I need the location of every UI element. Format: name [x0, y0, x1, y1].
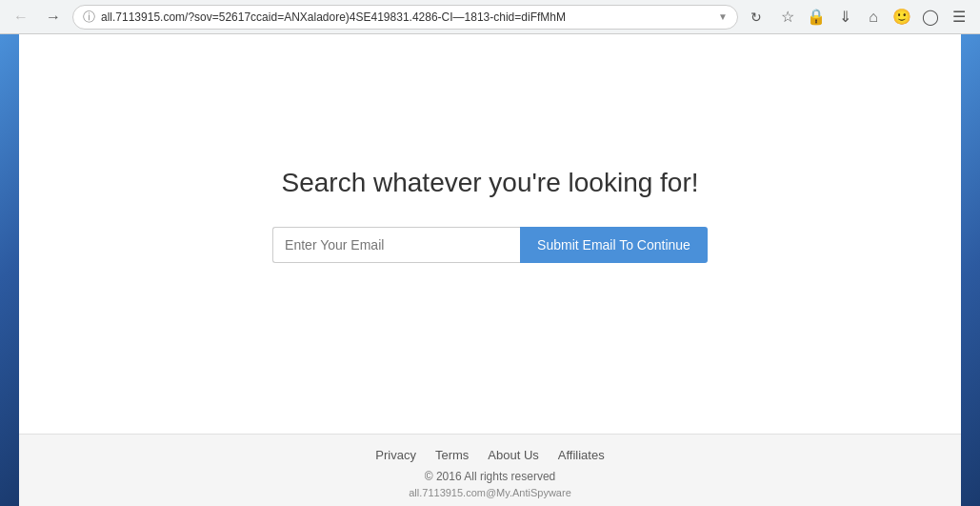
- page-headline: Search whatever you're looking for!: [281, 168, 698, 198]
- address-bar[interactable]: ⓘ all.7113915.com/?sov=52617ccaid=ANXala…: [72, 5, 738, 30]
- main-area: Search whatever you're looking for! Subm…: [0, 34, 980, 506]
- footer-domain: all.7113915.com@My.AntiSpyware: [19, 487, 961, 498]
- email-input[interactable]: [272, 227, 520, 263]
- toolbar-icons: ☆ 🔒 ⇓ ⌂ 🙂 ◯ ☰: [774, 4, 972, 30]
- info-icon: ⓘ: [83, 9, 95, 26]
- footer-link-privacy[interactable]: Privacy: [375, 448, 416, 462]
- footer-link-about-us[interactable]: About Us: [488, 448, 538, 462]
- footer-links: Privacy Terms About Us Affiliates: [19, 448, 961, 462]
- center-content: Search whatever you're looking for! Subm…: [19, 34, 961, 506]
- left-sidebar: [0, 34, 19, 506]
- email-form: Submit Email To Continue: [272, 227, 708, 263]
- back-button[interactable]: ←: [8, 4, 34, 30]
- hero-section: Search whatever you're looking for! Subm…: [19, 34, 961, 434]
- home-button[interactable]: ⌂: [860, 4, 887, 30]
- footer-copyright: © 2016 All rights reserved: [19, 470, 961, 483]
- menu-button[interactable]: ☰: [946, 4, 972, 30]
- url-dropdown-icon[interactable]: ▼: [718, 11, 728, 22]
- right-sidebar: [961, 34, 980, 506]
- footer: Privacy Terms About Us Affiliates © 2016…: [19, 434, 961, 506]
- bookmark-star-button[interactable]: ☆: [774, 4, 801, 30]
- shield-button[interactable]: 🔒: [803, 4, 830, 30]
- download-button[interactable]: ⇓: [831, 4, 858, 30]
- forward-button[interactable]: →: [40, 4, 67, 30]
- submit-email-button[interactable]: Submit Email To Continue: [520, 227, 708, 263]
- url-text: all.7113915.com/?sov=52617ccaid=ANXalado…: [101, 10, 712, 24]
- footer-link-affiliates[interactable]: Affiliates: [558, 448, 605, 462]
- smiley-button[interactable]: 🙂: [889, 4, 915, 30]
- refresh-button[interactable]: ↻: [744, 5, 769, 30]
- browser-chrome: ← → ⓘ all.7113915.com/?sov=52617ccaid=AN…: [0, 0, 980, 34]
- pocket-button[interactable]: ◯: [917, 4, 944, 30]
- footer-link-terms[interactable]: Terms: [435, 448, 469, 462]
